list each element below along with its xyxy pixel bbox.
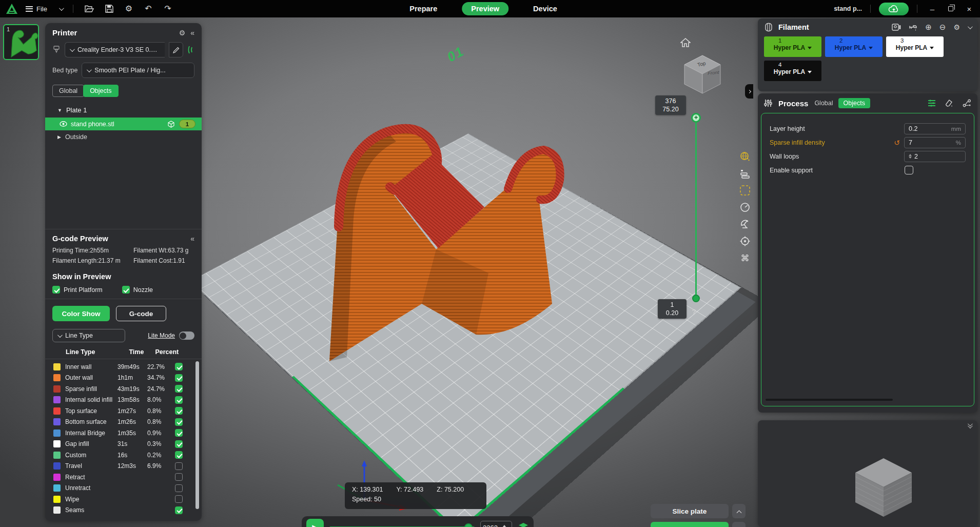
tree-object-row[interactable]: stand phone.stl 1 <box>45 118 202 130</box>
redo-icon[interactable]: ↷ <box>162 3 174 15</box>
tab-device[interactable]: Device <box>524 2 566 15</box>
undo-icon[interactable]: ↶ <box>142 3 154 15</box>
nozzle-checkbox[interactable] <box>122 286 130 294</box>
faucet-icon[interactable] <box>909 23 917 31</box>
line-type-checkbox[interactable] <box>175 429 183 437</box>
collapse-gcode-icon[interactable]: « <box>190 235 194 243</box>
line-type-checkbox[interactable] <box>175 495 183 503</box>
tree-plate-row[interactable]: ▼ Plate 1 <box>52 104 194 116</box>
color-show-button[interactable]: Color Show <box>52 306 110 321</box>
close-button[interactable]: × <box>963 2 976 15</box>
line-type-checkbox[interactable] <box>175 451 183 459</box>
maximize-button[interactable] <box>944 2 957 15</box>
reset-value-icon[interactable]: ↺ <box>894 139 900 147</box>
object-filament-badge[interactable]: 1 <box>179 120 195 128</box>
wall-loops-input[interactable] <box>914 153 950 160</box>
send-print-button[interactable]: Send print <box>651 522 729 527</box>
layer-seek-slider[interactable] <box>329 523 475 527</box>
tab-objects[interactable]: Objects <box>83 85 118 97</box>
layer-height-input[interactable] <box>909 125 945 132</box>
line-type-checkbox[interactable] <box>175 440 183 448</box>
bed-type-select[interactable]: Smooth PEI Plate / Hig... <box>82 63 194 78</box>
collapse-preview-icon[interactable] <box>968 424 971 427</box>
line-type-checkbox[interactable] <box>175 407 183 415</box>
panel-expand-handle[interactable] <box>745 84 753 99</box>
layer-number-input[interactable] <box>483 524 501 527</box>
navigation-cube[interactable]: Top Front <box>682 53 722 94</box>
filament-slot[interactable]: 1Hyper PLA <box>764 36 821 57</box>
home-view-icon[interactable] <box>680 38 691 47</box>
enable-support-checkbox[interactable] <box>905 166 913 174</box>
plate-thumbnail[interactable]: 1 <box>3 24 39 60</box>
printer-select[interactable]: Creality Ender-3 V3 SE 0.4 n. <box>65 42 165 57</box>
slice-plate-button[interactable]: Slice plate <box>651 504 729 518</box>
app-logo-icon[interactable] <box>5 2 18 15</box>
sliced-model[interactable] <box>267 120 564 366</box>
speed-gauge-icon[interactable] <box>737 201 753 214</box>
param-list-icon[interactable] <box>927 99 936 107</box>
slice-options-caret[interactable] <box>732 504 746 518</box>
settings-gear-icon[interactable]: ⚙ <box>123 3 135 15</box>
line-type-select[interactable]: Line Type <box>52 329 125 342</box>
step-up-icon[interactable] <box>502 525 506 527</box>
command-icon[interactable]: ⌘ <box>737 251 753 265</box>
layer-slider-bottom-handle[interactable] <box>692 295 700 302</box>
process-horizontal-scrollbar[interactable] <box>766 399 893 401</box>
line-type-checkbox[interactable] <box>175 374 183 382</box>
connection-status-icon[interactable] <box>187 46 194 54</box>
file-menu[interactable]: File <box>26 5 63 13</box>
print-platform-checkbox[interactable] <box>52 286 60 294</box>
seek-knob[interactable] <box>464 523 473 527</box>
cube-edit-icon[interactable] <box>167 121 175 128</box>
filament-slot[interactable]: 4Hyper PLA <box>764 61 821 81</box>
layer-slider-help[interactable]: ? <box>692 308 696 316</box>
layers-stack-icon[interactable] <box>518 522 529 527</box>
cloud-upload-button[interactable] <box>879 3 909 15</box>
nodes-icon[interactable] <box>963 99 971 107</box>
satellite-dish-icon[interactable] <box>737 218 753 231</box>
ams-box-icon[interactable] <box>892 24 901 31</box>
line-type-checkbox[interactable] <box>175 363 183 370</box>
line-type-checkbox[interactable] <box>175 418 183 426</box>
wall-loops-stepper[interactable] <box>909 154 912 159</box>
collapse-filament-icon[interactable] <box>968 24 973 29</box>
collapse-panel-icon[interactable]: « <box>190 29 194 37</box>
open-file-icon[interactable] <box>84 3 96 15</box>
line-type-checkbox[interactable] <box>175 385 183 393</box>
printer-settings-gear-icon[interactable]: ⚙ <box>179 29 186 37</box>
table-scrollbar[interactable] <box>195 361 199 509</box>
filament-slot[interactable]: 2Hyper PLA <box>825 36 883 57</box>
play-button[interactable]: ▶ <box>306 519 324 527</box>
remove-filament-icon[interactable]: ⊖ <box>939 23 946 32</box>
tab-preview[interactable]: Preview <box>462 2 508 15</box>
gcode-button[interactable]: G-code <box>116 306 166 321</box>
sparse-infill-input[interactable] <box>909 139 945 146</box>
save-icon[interactable] <box>103 3 115 15</box>
color-scheme-globe-icon[interactable] <box>737 150 753 163</box>
layer-slider-top-handle[interactable]: + <box>691 113 701 123</box>
line-color-swatch <box>53 363 61 370</box>
filament-slot[interactable]: 3Hyper PLA <box>886 36 944 57</box>
send-options-caret[interactable] <box>732 522 746 527</box>
plate-select-icon[interactable] <box>737 184 753 197</box>
layer-list-icon[interactable] <box>737 167 753 180</box>
process-tab-objects[interactable]: Objects <box>838 98 870 108</box>
tree-outside-row[interactable]: ▶ Outside <box>52 130 194 143</box>
add-filament-icon[interactable]: ⊕ <box>925 23 932 32</box>
minimize-button[interactable]: – <box>926 2 939 15</box>
process-tab-global[interactable]: Global <box>814 100 833 107</box>
tab-prepare[interactable]: Prepare <box>400 2 446 15</box>
line-type-checkbox[interactable] <box>175 396 183 404</box>
calibration-target-icon[interactable] <box>737 235 753 248</box>
line-type-checkbox[interactable] <box>175 462 183 470</box>
paint-icon[interactable] <box>945 99 954 107</box>
line-type-checkbox[interactable] <box>175 484 183 492</box>
filament-settings-gear-icon[interactable]: ⚙ <box>953 23 960 31</box>
layer-slider-track[interactable] <box>695 118 697 298</box>
line-type-checkbox[interactable] <box>175 506 183 514</box>
lite-mode-toggle[interactable] <box>179 331 194 340</box>
line-type-checkbox[interactable] <box>175 473 183 481</box>
tab-global[interactable]: Global <box>52 85 84 97</box>
eye-icon[interactable] <box>60 121 67 127</box>
edit-printer-button[interactable] <box>169 42 183 57</box>
